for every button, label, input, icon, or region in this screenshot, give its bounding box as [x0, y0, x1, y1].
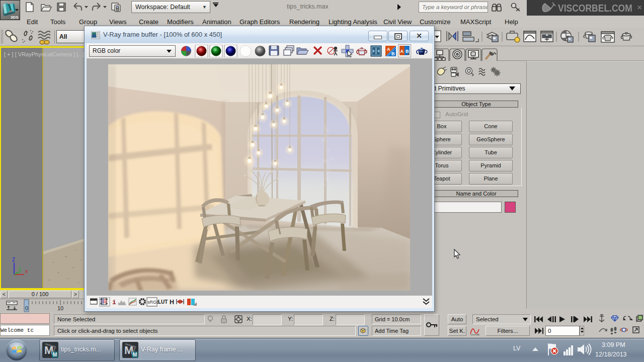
svg-text:x: x: [25, 268, 28, 274]
svg-text:0: 0: [25, 305, 28, 311]
svg-text:H: H: [170, 299, 174, 306]
svg-text:LUT: LUT: [158, 299, 168, 305]
svg-text:i: i: [112, 299, 116, 306]
svg-text:B: B: [406, 49, 409, 54]
svg-text:A: A: [400, 49, 404, 54]
svg-text:A: A: [387, 47, 390, 52]
svg-text:B: B: [391, 51, 395, 56]
svg-text:v: v: [19, 266, 21, 272]
svg-text:10: 10: [57, 305, 63, 311]
svg-text:Z: Z: [12, 257, 15, 262]
